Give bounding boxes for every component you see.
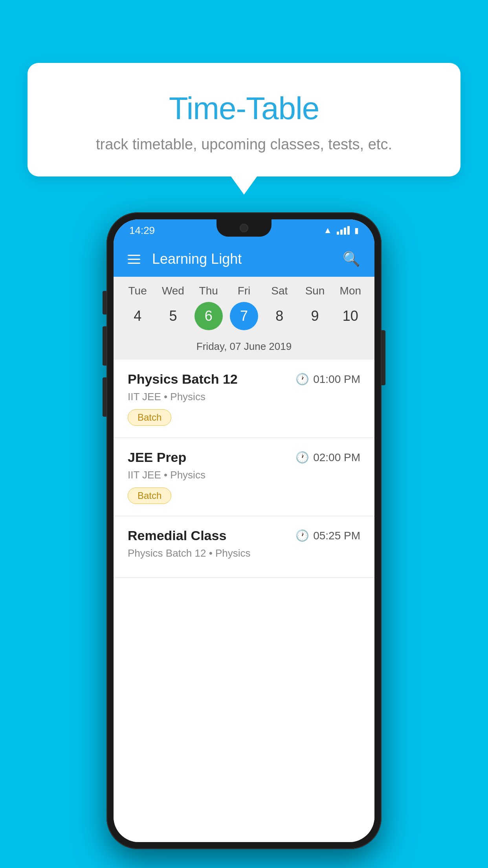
schedule-item-2-meta: IIT JEE • Physics [128,469,360,481]
clock-icon-2: 🕐 [295,451,309,464]
day-label-sat: Sat [265,285,294,297]
signal-icon [337,226,350,235]
tooltip-subtitle: track timetable, upcoming classes, tests… [51,136,437,153]
schedule-item-2-time: 🕐 02:00 PM [295,451,360,464]
phone-side-button-power [382,330,385,385]
day-label-fri: Fri [230,285,258,297]
date-cell-4[interactable]: 4 [123,302,152,330]
tooltip-card: Time-Table track timetable, upcoming cla… [28,63,460,177]
battery-icon: ▮ [354,226,359,235]
schedule-item-2[interactable]: JEE Prep 🕐 02:00 PM IIT JEE • Physics Ba… [114,438,374,516]
search-icon[interactable]: 🔍 [343,251,360,267]
date-cell-5[interactable]: 5 [159,302,187,330]
schedule-item-3-time: 🕐 05:25 PM [295,529,360,542]
calendar-dates: 4 5 6 7 8 9 10 [114,302,374,330]
calendar-section: Tue Wed Thu Fri Sat Sun Mon 4 5 6 7 8 9 … [114,277,374,360]
wifi-icon: ▲ [323,225,332,235]
day-label-tue: Tue [123,285,152,297]
schedule-item-1-name: Physics Batch 12 [128,371,238,387]
day-label-mon: Mon [336,285,365,297]
day-label-wed: Wed [159,285,187,297]
schedule-item-3[interactable]: Remedial Class 🕐 05:25 PM Physics Batch … [114,516,374,578]
phone-side-button-mute [103,291,106,314]
schedule-item-3-meta: Physics Batch 12 • Physics [128,547,360,559]
selected-date-label: Friday, 07 June 2019 [114,337,374,360]
schedule-item-1-header: Physics Batch 12 🕐 01:00 PM [128,371,360,387]
phone-outer: 14:29 ▲ ▮ [106,212,382,849]
schedule-item-2-header: JEE Prep 🕐 02:00 PM [128,450,360,465]
schedule-item-1-meta: IIT JEE • Physics [128,391,360,403]
phone-notch [216,219,272,237]
clock-icon-1: 🕐 [295,373,309,386]
date-cell-9[interactable]: 9 [301,302,329,330]
calendar-days-header: Tue Wed Thu Fri Sat Sun Mon [114,285,374,297]
schedule-item-3-name: Remedial Class [128,528,226,543]
schedule-item-1-badge: Batch [128,409,171,426]
phone-mockup: 14:29 ▲ ▮ [106,212,382,849]
schedule-item-1-time: 🕐 01:00 PM [295,373,360,386]
app-header: Learning Light 🔍 [114,241,374,277]
schedule-item-2-badge: Batch [128,487,171,504]
status-icons: ▲ ▮ [323,225,359,235]
menu-icon[interactable] [128,255,140,264]
date-cell-6-today[interactable]: 6 [194,302,223,330]
date-cell-10[interactable]: 10 [336,302,365,330]
schedule-item-1[interactable]: Physics Batch 12 🕐 01:00 PM IIT JEE • Ph… [114,360,374,438]
date-cell-8[interactable]: 8 [265,302,294,330]
phone-camera [240,224,248,232]
phone-screen: 14:29 ▲ ▮ [114,219,374,842]
day-label-sun: Sun [301,285,329,297]
date-cell-7-selected[interactable]: 7 [230,302,258,330]
schedule-item-3-header: Remedial Class 🕐 05:25 PM [128,528,360,543]
phone-side-button-vol-down [103,377,106,417]
schedule-list: Physics Batch 12 🕐 01:00 PM IIT JEE • Ph… [114,360,374,842]
tooltip-title: Time-Table [51,90,437,127]
day-label-thu: Thu [194,285,223,297]
app-title: Learning Light [152,251,343,267]
phone-side-button-vol-up [103,326,106,366]
schedule-item-2-name: JEE Prep [128,450,186,465]
status-time: 14:29 [129,224,155,237]
clock-icon-3: 🕐 [295,529,309,542]
